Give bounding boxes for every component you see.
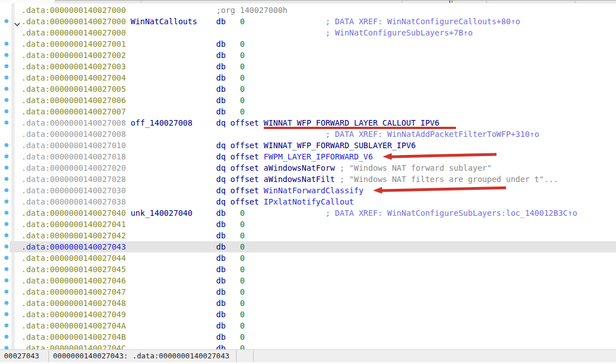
line-address: .data:0000000140027008 <box>21 128 126 140</box>
navigation-dot-icon <box>5 154 8 158</box>
navigation-dot-icon <box>5 256 8 260</box>
line-address: .data:0000000140027046 <box>21 275 126 286</box>
disasm-line[interactable]: .data:0000000140027000; WinNatConfigureS… <box>0 27 616 38</box>
navigation-dot-icon <box>5 166 8 170</box>
symbol-name[interactable]: WinNatCallouts <box>131 16 197 27</box>
disasm-line[interactable]: .data:0000000140027001db0 <box>0 38 616 50</box>
xref-comment[interactable]: ; DATA XREF: WinNatAddPacketFilterToWFP+… <box>325 128 539 140</box>
offset-target[interactable]: aWindowsNatFilt <box>264 174 335 185</box>
disasm-line[interactable]: .data:0000000140027005db0 <box>0 83 616 95</box>
chevron-down-icon[interactable] <box>14 19 20 24</box>
status-location: 0000000140027043: .data:0000000140027043 <box>53 350 229 362</box>
xref-comment[interactable]: ; DATA XREF: WinNatConfigureCallouts+80↑… <box>325 16 520 27</box>
disasm-line[interactable]: .data:0000000140027047db0 <box>0 286 616 298</box>
status-offset: 00027043 <box>4 350 39 362</box>
status-separator <box>253 350 254 362</box>
line-address: .data:0000000140027000 <box>21 5 126 16</box>
disasm-line[interactable]: .data:0000000140027046db0 <box>0 275 616 286</box>
disasm-line[interactable]: .data:0000000140027006db0 <box>0 95 616 106</box>
value: 0 <box>240 207 245 219</box>
disasm-line[interactable]: .data:0000000140027030dqoffsetWinNatForw… <box>0 185 616 196</box>
disasm-line[interactable]: .data:0000000140027049db0 <box>0 309 616 320</box>
disasm-line[interactable]: .data:0000000140027020dqoffsetaWindowsNa… <box>0 162 616 174</box>
navigation-dot-icon <box>5 143 8 147</box>
offset-target[interactable]: IPxlatNotifyCallout <box>264 196 354 207</box>
mnemonic: db <box>216 50 226 61</box>
disasm-line[interactable]: .data:0000000140027045db0 <box>0 264 616 275</box>
arrow-shaft <box>381 187 506 192</box>
navigation-dot-icon <box>5 222 8 226</box>
value: 0 <box>240 230 245 241</box>
keyword: offset <box>231 151 259 162</box>
offset-target[interactable]: WinNatForwardClassify <box>264 185 364 196</box>
disasm-line[interactable]: .data:0000000140027038dqoffsetIPxlatNoti… <box>0 196 616 207</box>
value: 0 <box>240 241 245 252</box>
mnemonic: db <box>216 298 226 309</box>
xref-comment[interactable]: ; DATA XREF: WinNatConfigureSubLayers:lo… <box>325 207 577 219</box>
keyword: offset <box>231 162 259 174</box>
mnemonic: dq <box>216 140 226 151</box>
mnemonic: db <box>216 320 226 331</box>
disasm-line[interactable]: .data:0000000140027010dqoffsetWINNAT_WFP… <box>0 140 616 151</box>
line-address: .data:0000000140027042 <box>21 230 126 241</box>
navigation-dot-icon <box>5 290 8 294</box>
string-comment: ; "Windows NAT forward sublayer" <box>340 162 492 174</box>
disasm-line[interactable]: .data:0000000140027040unk_140027040db0; … <box>0 207 616 219</box>
line-address: .data:0000000140027002 <box>21 50 126 61</box>
mnemonic: dq <box>216 196 226 207</box>
keyword: offset <box>231 196 259 207</box>
navigation-dot-icon <box>5 199 8 203</box>
symbol-name[interactable]: unk_140027040 <box>131 207 193 219</box>
disasm-line[interactable]: .data:0000000140027008; DATA XREF: WinNa… <box>0 128 616 140</box>
navigation-dot-icon <box>5 335 8 339</box>
disasm-line[interactable]: .data:0000000140027007db0 <box>0 106 616 117</box>
mnemonic: db <box>216 72 226 83</box>
disassembly-view[interactable]: .data:0000000140027000;org 140027000h.da… <box>0 3 616 349</box>
line-address: .data:0000000140027038 <box>21 196 126 207</box>
disasm-line[interactable]: .data:0000000140027003db0 <box>0 61 616 72</box>
disasm-line[interactable]: .data:0000000140027028dqoffsetaWindowsNa… <box>0 174 616 185</box>
navigation-dot-icon <box>5 177 8 181</box>
line-address: .data:0000000140027000 <box>21 27 126 38</box>
navigation-dot-icon <box>5 245 8 248</box>
navigation-dot-icon <box>5 42 8 46</box>
navigation-dot-icon <box>5 211 8 215</box>
symbol-name[interactable]: off_140027008 <box>131 117 193 128</box>
navigation-dot-icon <box>5 121 8 125</box>
line-address: .data:0000000140027000 <box>21 16 126 27</box>
disasm-line[interactable]: .data:0000000140027041db0 <box>0 219 616 230</box>
xref-comment[interactable]: ; WinNatConfigureSubLayers+7B↑o <box>325 27 472 38</box>
disasm-line[interactable]: .data:0000000140027008off_140027008dqoff… <box>0 117 616 128</box>
mnemonic: db <box>216 219 226 230</box>
ida-disassembly-window: .data:0000000140027000;org 140027000h.da… <box>0 0 616 364</box>
disasm-line[interactable]: .data:0000000140027044db0 <box>0 252 616 264</box>
disasm-line[interactable]: .data:000000014002704Bdb0 <box>0 331 616 343</box>
mnemonic: dq <box>216 151 226 162</box>
disasm-line[interactable]: .data:0000000140027043db0 <box>0 241 616 252</box>
value: 0 <box>240 252 245 264</box>
status-separator <box>48 350 49 362</box>
value: 0 <box>240 320 245 331</box>
offset-target[interactable]: WINNAT_WFP_FORWARD_SUBLAYER_IPV6 <box>264 140 416 151</box>
navigation-dot-icon <box>5 301 8 305</box>
disasm-line[interactable]: .data:0000000140027002db0 <box>0 50 616 61</box>
disasm-line[interactable]: .data:0000000140027018dqoffsetFWPM_LAYER… <box>0 151 616 162</box>
value: 0 <box>240 50 245 61</box>
line-address: .data:0000000140027007 <box>21 106 126 117</box>
disasm-line[interactable]: .data:0000000140027042db0 <box>0 230 616 241</box>
disasm-line[interactable]: .data:0000000140027000;org 140027000h <box>0 5 616 16</box>
navigation-dot-icon <box>5 98 8 102</box>
disasm-line[interactable]: .data:0000000140027004db0 <box>0 72 616 83</box>
value: 0 <box>240 16 245 27</box>
offset-target[interactable]: FWPM_LAYER_IPFORWARD_V6 <box>264 151 373 162</box>
value: 0 <box>240 219 245 230</box>
disasm-line[interactable]: .data:0000000140027048db0 <box>0 298 616 309</box>
mnemonic: db <box>216 38 226 50</box>
keyword: offset <box>231 117 259 128</box>
mnemonic: dq <box>216 117 226 128</box>
disasm-line[interactable]: .data:0000000140027000WinNatCalloutsdb0;… <box>0 16 616 27</box>
disasm-line[interactable]: .data:000000014002704Adb0 <box>0 320 616 331</box>
disasm-line[interactable]: .data:000000014002704Cdb0 <box>0 343 616 349</box>
value: 0 <box>240 106 245 117</box>
offset-target[interactable]: aWindowsNatForw <box>264 162 335 174</box>
